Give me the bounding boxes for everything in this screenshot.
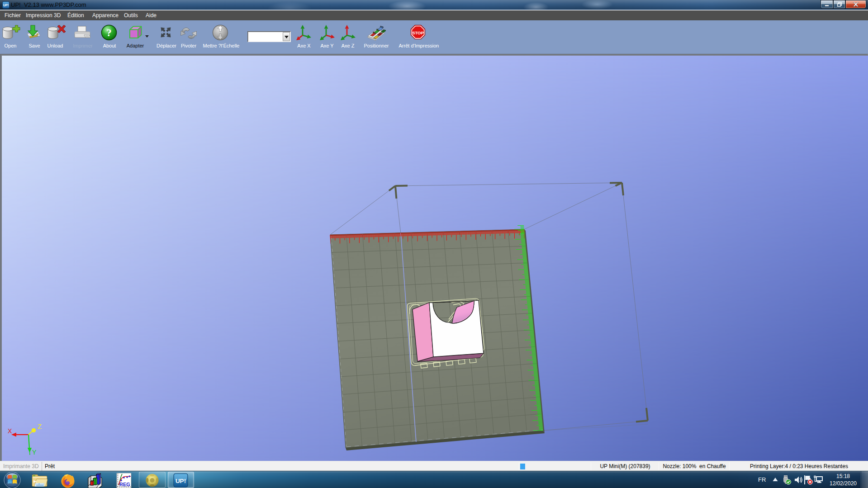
svg-text:Z: Z: [38, 422, 42, 430]
svg-text:X: X: [8, 427, 12, 435]
svg-text:UP!: UP!: [175, 478, 186, 484]
svg-text:?: ?: [106, 27, 112, 38]
svg-text:REG: REG: [119, 482, 130, 487]
svg-text:Y: Y: [32, 449, 37, 456]
svg-text:STOP: STOP: [412, 30, 424, 35]
